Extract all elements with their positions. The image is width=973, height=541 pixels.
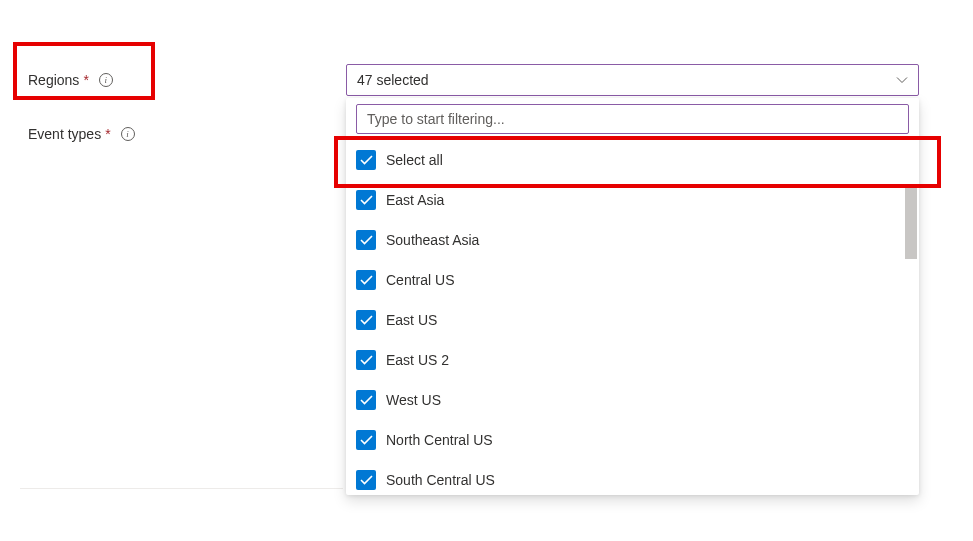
regions-dropdown-panel: Select all East Asia Southeast Asia xyxy=(346,98,919,495)
option-east-asia[interactable]: East Asia xyxy=(346,180,919,220)
option-southeast-asia[interactable]: Southeast Asia xyxy=(346,220,919,260)
option-south-central-us[interactable]: South Central US xyxy=(346,460,919,495)
regions-selected-text: 47 selected xyxy=(357,72,429,88)
event-types-label: Event types xyxy=(28,126,101,142)
option-label: East Asia xyxy=(386,192,444,208)
checkbox-icon xyxy=(356,390,376,410)
divider xyxy=(20,488,343,489)
checkbox-icon xyxy=(356,270,376,290)
option-select-all[interactable]: Select all xyxy=(346,140,919,180)
info-icon[interactable]: i xyxy=(121,127,135,141)
regions-label: Regions xyxy=(28,72,79,88)
option-label: Select all xyxy=(386,152,443,168)
checkbox-icon xyxy=(356,150,376,170)
option-west-us[interactable]: West US xyxy=(346,380,919,420)
checkbox-icon xyxy=(356,470,376,490)
option-east-us[interactable]: East US xyxy=(346,300,919,340)
scrollbar-thumb[interactable] xyxy=(905,184,917,259)
scrollbar-track[interactable] xyxy=(903,184,919,495)
option-label: South Central US xyxy=(386,472,495,488)
chevron-down-icon xyxy=(896,74,908,86)
checkbox-icon xyxy=(356,190,376,210)
required-asterisk: * xyxy=(105,126,110,142)
option-east-us-2[interactable]: East US 2 xyxy=(346,340,919,380)
option-label: North Central US xyxy=(386,432,493,448)
filter-input[interactable] xyxy=(356,104,909,134)
option-north-central-us[interactable]: North Central US xyxy=(346,420,919,460)
checkbox-icon xyxy=(356,310,376,330)
option-label: Central US xyxy=(386,272,454,288)
regions-label-group: Regions * i xyxy=(28,64,346,96)
regions-row: Regions * i 47 selected Select all xyxy=(0,56,973,96)
regions-dropdown: 47 selected Select all xyxy=(346,64,919,96)
info-icon[interactable]: i xyxy=(99,73,113,87)
filter-input-wrap xyxy=(346,104,919,140)
checkbox-icon xyxy=(356,350,376,370)
option-label: Southeast Asia xyxy=(386,232,479,248)
checkbox-icon xyxy=(356,230,376,250)
regions-dropdown-trigger[interactable]: 47 selected xyxy=(346,64,919,96)
required-asterisk: * xyxy=(83,72,88,88)
option-label: East US 2 xyxy=(386,352,449,368)
option-label: East US xyxy=(386,312,437,328)
event-types-label-group: Event types * i xyxy=(28,118,346,150)
option-central-us[interactable]: Central US xyxy=(346,260,919,300)
checkbox-icon xyxy=(356,430,376,450)
option-label: West US xyxy=(386,392,441,408)
options-list[interactable]: Select all East Asia Southeast Asia xyxy=(346,140,919,495)
